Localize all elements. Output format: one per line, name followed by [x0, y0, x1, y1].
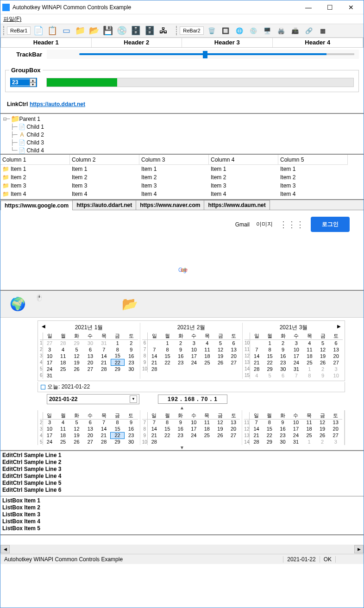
tree-child[interactable]: Child 2: [26, 132, 44, 138]
list-item[interactable]: ListBox Item 1: [2, 497, 362, 504]
cd-icon[interactable]: 💿: [247, 25, 259, 37]
scroll-track[interactable]: [10, 545, 354, 553]
list-item[interactable]: ListBox Item 3: [2, 511, 362, 518]
folder-open-icon[interactable]: 📂: [88, 25, 100, 37]
chip-icon[interactable]: 🔲: [220, 25, 232, 37]
table-row[interactable]: 📁Item 4Item 4Item 4Item 4Item 4: [0, 190, 364, 198]
folder-icon[interactable]: 📁: [74, 25, 86, 37]
google-logo: Google: [0, 241, 364, 279]
ip-address-control[interactable]: 192 . 168 . 70 . 1: [158, 395, 227, 404]
listview[interactable]: Column 1 Column 2 Column 3 Column 4 Colu…: [0, 155, 364, 200]
table-row[interactable]: 📁Item 3Item 3Item 3Item 3Item 3: [0, 182, 364, 190]
apps-icon[interactable]: ⋮⋮⋮: [279, 219, 304, 230]
tab-ddart[interactable]: https://auto.ddart.net: [72, 200, 136, 210]
cal-next-icon[interactable]: ▶: [337, 324, 341, 329]
tree-parent[interactable]: Parent 1: [19, 116, 40, 122]
header-3[interactable]: Header 3: [182, 38, 273, 47]
edit-control[interactable]: EditCtrl Sample Line 1EditCtrl Sample Li…: [0, 450, 364, 496]
folder-large-icon[interactable]: 📂: [122, 296, 138, 312]
browser-pane[interactable]: Gmail 이미지 ⋮⋮⋮ 로그인 Google: [0, 210, 364, 290]
hdd2-icon[interactable]: 🗄️: [144, 25, 156, 37]
mouse-icon: 🖱️: [35, 294, 43, 301]
edit-line[interactable]: EditCtrl Sample Line 3: [2, 466, 362, 473]
progressbar: [46, 78, 354, 87]
properties-icon[interactable]: 📋: [46, 25, 58, 37]
listview-header: Column 1 Column 2 Column 3 Column 4 Colu…: [0, 155, 364, 165]
table-row[interactable]: 📁Item 2Item 2Item 2Item 2Item 2: [0, 173, 364, 182]
globe-large-icon[interactable]: 🌍: [10, 296, 26, 312]
minimize-button[interactable]: —: [298, 0, 319, 14]
window-icon[interactable]: ▭: [60, 25, 72, 37]
network-icon[interactable]: 🔗: [303, 25, 315, 37]
header-2[interactable]: Header 2: [92, 38, 182, 47]
network-drive-icon[interactable]: 🖧: [157, 25, 169, 37]
drive-icon[interactable]: 💾: [102, 25, 114, 37]
lv-col[interactable]: Column 5: [278, 155, 348, 165]
login-button[interactable]: 로그인: [311, 217, 350, 232]
tab-daum[interactable]: https://www.daum.net: [204, 200, 270, 210]
list-item[interactable]: ListBox Item 5: [2, 525, 362, 532]
treeview[interactable]: ⊟─📁Parent 1 ├─📄Child 1 ├─AChild 2 ├─📄Chi…: [0, 113, 364, 155]
header-4[interactable]: Header 4: [273, 38, 364, 47]
delete-icon[interactable]: 🗑️: [206, 25, 218, 37]
header-1[interactable]: Header 1: [1, 38, 92, 47]
link-row: LinkCtrl https://auto.ddart.net: [0, 97, 364, 113]
linkctrl-link[interactable]: https://auto.ddart.net: [30, 101, 85, 107]
monitor-icon[interactable]: 🖥️: [261, 25, 273, 37]
tree-child[interactable]: Child 4: [26, 147, 44, 154]
spin-up-icon[interactable]: ▲: [30, 78, 36, 82]
listbox[interactable]: ListBox Item 1ListBox Item 2ListBox Item…: [0, 496, 364, 535]
lv-col[interactable]: Column 1: [0, 155, 70, 165]
edit-line[interactable]: EditCtrl Sample Line 6: [2, 487, 362, 494]
trackbar[interactable]: [47, 50, 359, 59]
cal-prev-icon[interactable]: ◀: [42, 324, 45, 329]
scrollbar-horizontal[interactable]: ◀ ▶: [0, 545, 364, 554]
hdd1-icon[interactable]: 🗄️: [130, 25, 142, 37]
edit-line[interactable]: EditCtrl Sample Line 5: [2, 480, 362, 487]
datepicker-dropdown-icon[interactable]: ▼: [130, 395, 137, 403]
list-item[interactable]: ListBox Item 2: [2, 504, 362, 511]
maximize-button[interactable]: ☐: [319, 0, 340, 14]
grid-icon[interactable]: ▦: [317, 25, 329, 37]
month-calendar[interactable]: ◀ ▶ 2021년 1월일월화수목금토127282930311223456789…: [38, 320, 345, 381]
close-button[interactable]: ✕: [340, 0, 362, 14]
gmail-link[interactable]: Gmail: [235, 221, 250, 228]
trackbar-thumb[interactable]: [203, 51, 207, 58]
tab-naver[interactable]: https://www.naver.com: [136, 200, 204, 210]
lv-col[interactable]: Column 4: [209, 155, 278, 165]
datepicker-value[interactable]: 2021-01-22: [49, 396, 77, 402]
month-calendar-2[interactable]: 일월화수목금토234567893101112131415164171819202…: [38, 410, 345, 445]
new-file-icon[interactable]: 📄: [32, 25, 44, 37]
cal-today-footer[interactable]: 오늘: 2021-01-22: [38, 382, 345, 392]
globe-icon[interactable]: 🌐: [233, 25, 245, 37]
progress-fill: [47, 78, 117, 87]
floppy-icon[interactable]: 💿: [116, 25, 128, 37]
lv-col[interactable]: Column 2: [70, 155, 139, 165]
scroll-right-icon[interactable]: ▶: [354, 545, 364, 553]
printer-icon[interactable]: 🖨️: [275, 25, 287, 37]
table-row[interactable]: 📁Item 1Item 1Item 1Item 1Item 1: [0, 165, 364, 173]
edit-line[interactable]: EditCtrl Sample Line 2: [2, 459, 362, 466]
list-item[interactable]: ListBox Item 4: [2, 518, 362, 525]
images-link[interactable]: 이미지: [256, 220, 273, 228]
print2-icon[interactable]: 📠: [289, 25, 301, 37]
spin-input[interactable]: [11, 79, 30, 86]
scroll-left-icon[interactable]: ◀: [0, 545, 10, 553]
datetime-picker[interactable]: 2021-01-22 ▼: [47, 394, 139, 404]
tab-google[interactable]: https://www.google.com: [0, 201, 73, 210]
pager-down-icon[interactable]: ▼: [0, 445, 364, 450]
rebar-grip-2[interactable]: [176, 26, 178, 35]
menubar: 파일(F): [0, 14, 364, 24]
pager-up-icon[interactable]: ▲: [0, 405, 364, 410]
menu-file[interactable]: 파일(F): [3, 16, 21, 22]
trackbar-label: TrackBar: [5, 51, 47, 58]
tree-child[interactable]: Child 3: [26, 139, 44, 146]
rebar-grip[interactable]: [3, 26, 5, 35]
updown-control[interactable]: ▲ ▼: [10, 78, 37, 87]
tree-child[interactable]: Child 1: [26, 124, 44, 130]
lv-col[interactable]: Column 3: [139, 155, 209, 165]
edit-line[interactable]: EditCtrl Sample Line 1: [2, 452, 362, 459]
spin-down-icon[interactable]: ▼: [30, 82, 36, 87]
edit-line[interactable]: EditCtrl Sample Line 4: [2, 473, 362, 480]
app-icon: [2, 4, 10, 11]
